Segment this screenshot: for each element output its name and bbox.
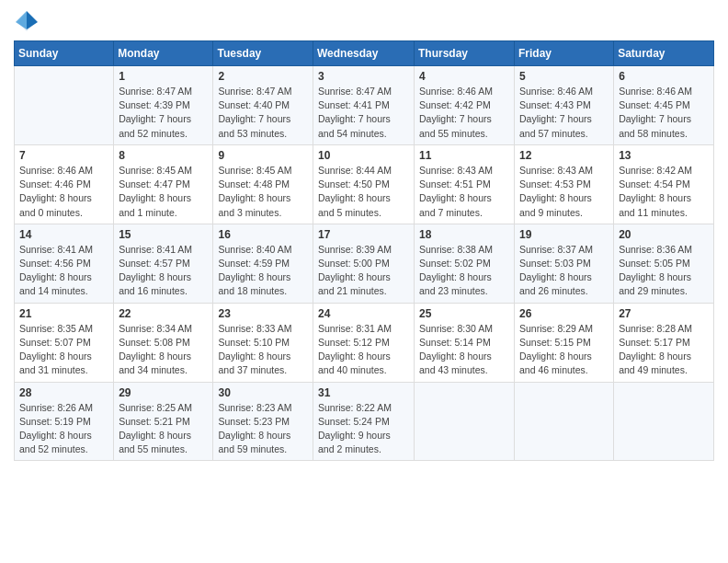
calendar-cell: 23Sunrise: 8:33 AM Sunset: 5:10 PM Dayli…	[213, 303, 313, 382]
day-info: Sunrise: 8:47 AM Sunset: 4:41 PM Dayligh…	[318, 85, 409, 141]
day-info: Sunrise: 8:26 AM Sunset: 5:19 PM Dayligh…	[19, 401, 108, 457]
day-number: 7	[19, 149, 108, 162]
calendar-cell: 16Sunrise: 8:40 AM Sunset: 4:59 PM Dayli…	[213, 224, 313, 303]
day-info: Sunrise: 8:46 AM Sunset: 4:43 PM Dayligh…	[519, 85, 609, 141]
day-info: Sunrise: 8:25 AM Sunset: 5:21 PM Dayligh…	[119, 401, 208, 457]
calendar-cell: 8Sunrise: 8:45 AM Sunset: 4:47 PM Daylig…	[114, 144, 213, 224]
day-info: Sunrise: 8:45 AM Sunset: 4:48 PM Dayligh…	[218, 164, 308, 220]
calendar-cell	[415, 382, 515, 461]
day-number: 16	[218, 228, 308, 241]
day-info: Sunrise: 8:37 AM Sunset: 5:03 PM Dayligh…	[519, 243, 609, 299]
calendar-cell: 27Sunrise: 8:28 AM Sunset: 5:17 PM Dayli…	[614, 303, 714, 382]
calendar-cell: 25Sunrise: 8:30 AM Sunset: 5:14 PM Dayli…	[415, 303, 515, 382]
day-number: 2	[218, 70, 308, 83]
day-number: 17	[318, 228, 409, 241]
calendar-cell: 1Sunrise: 8:47 AM Sunset: 4:39 PM Daylig…	[114, 66, 213, 145]
day-number: 24	[318, 307, 409, 320]
day-info: Sunrise: 8:47 AM Sunset: 4:40 PM Dayligh…	[218, 85, 308, 141]
day-number: 31	[318, 386, 409, 399]
day-info: Sunrise: 8:23 AM Sunset: 5:23 PM Dayligh…	[218, 401, 308, 457]
day-info: Sunrise: 8:31 AM Sunset: 5:12 PM Dayligh…	[318, 322, 409, 378]
day-number: 29	[119, 386, 208, 399]
day-info: Sunrise: 8:42 AM Sunset: 4:54 PM Dayligh…	[619, 164, 709, 220]
week-row-2: 7Sunrise: 8:46 AM Sunset: 4:46 PM Daylig…	[15, 144, 714, 224]
calendar-cell: 30Sunrise: 8:23 AM Sunset: 5:23 PM Dayli…	[213, 382, 313, 461]
day-info: Sunrise: 8:47 AM Sunset: 4:39 PM Dayligh…	[119, 85, 208, 141]
calendar-cell: 6Sunrise: 8:46 AM Sunset: 4:45 PM Daylig…	[614, 66, 714, 145]
weekday-header-row: SundayMondayTuesdayWednesdayThursdayFrid…	[15, 41, 714, 66]
day-number: 28	[19, 386, 108, 399]
day-info: Sunrise: 8:46 AM Sunset: 4:42 PM Dayligh…	[419, 85, 509, 141]
day-number: 5	[519, 70, 609, 83]
day-number: 14	[19, 228, 108, 241]
weekday-header-tuesday: Tuesday	[213, 41, 313, 66]
day-number: 26	[519, 307, 609, 320]
day-info: Sunrise: 8:39 AM Sunset: 5:00 PM Dayligh…	[318, 243, 409, 299]
day-number: 18	[419, 228, 509, 241]
week-row-4: 21Sunrise: 8:35 AM Sunset: 5:07 PM Dayli…	[15, 303, 714, 382]
day-number: 12	[519, 149, 609, 162]
calendar-cell: 19Sunrise: 8:37 AM Sunset: 5:03 PM Dayli…	[515, 224, 614, 303]
day-info: Sunrise: 8:46 AM Sunset: 4:45 PM Dayligh…	[619, 85, 709, 141]
calendar-cell: 7Sunrise: 8:46 AM Sunset: 4:46 PM Daylig…	[15, 144, 114, 224]
day-number: 6	[619, 70, 709, 83]
calendar-cell: 29Sunrise: 8:25 AM Sunset: 5:21 PM Dayli…	[114, 382, 213, 461]
calendar-cell	[15, 66, 114, 145]
svg-marker-1	[27, 11, 38, 29]
calendar-cell: 9Sunrise: 8:45 AM Sunset: 4:48 PM Daylig…	[213, 144, 313, 224]
logo-icon	[14, 9, 40, 35]
day-number: 20	[619, 228, 709, 241]
calendar-cell	[614, 382, 714, 461]
day-number: 9	[218, 149, 308, 162]
day-number: 15	[119, 228, 208, 241]
calendar-cell: 22Sunrise: 8:34 AM Sunset: 5:08 PM Dayli…	[114, 303, 213, 382]
calendar-cell: 13Sunrise: 8:42 AM Sunset: 4:54 PM Dayli…	[614, 144, 714, 224]
calendar-cell: 24Sunrise: 8:31 AM Sunset: 5:12 PM Dayli…	[313, 303, 415, 382]
day-info: Sunrise: 8:41 AM Sunset: 4:57 PM Dayligh…	[119, 243, 208, 299]
day-number: 21	[19, 307, 108, 320]
day-info: Sunrise: 8:43 AM Sunset: 4:51 PM Dayligh…	[419, 164, 509, 220]
day-number: 1	[119, 70, 208, 83]
calendar-cell: 10Sunrise: 8:44 AM Sunset: 4:50 PM Dayli…	[313, 144, 415, 224]
day-number: 10	[318, 149, 409, 162]
day-info: Sunrise: 8:40 AM Sunset: 4:59 PM Dayligh…	[218, 243, 308, 299]
calendar-table: SundayMondayTuesdayWednesdayThursdayFrid…	[14, 40, 714, 461]
day-number: 22	[119, 307, 208, 320]
day-info: Sunrise: 8:35 AM Sunset: 5:07 PM Dayligh…	[19, 322, 108, 378]
day-info: Sunrise: 8:45 AM Sunset: 4:47 PM Dayligh…	[119, 164, 208, 220]
calendar-cell: 2Sunrise: 8:47 AM Sunset: 4:40 PM Daylig…	[213, 66, 313, 145]
day-info: Sunrise: 8:29 AM Sunset: 5:15 PM Dayligh…	[519, 322, 609, 378]
calendar-cell: 11Sunrise: 8:43 AM Sunset: 4:51 PM Dayli…	[415, 144, 515, 224]
day-number: 30	[218, 386, 308, 399]
day-number: 23	[218, 307, 308, 320]
calendar-cell: 17Sunrise: 8:39 AM Sunset: 5:00 PM Dayli…	[313, 224, 415, 303]
day-info: Sunrise: 8:22 AM Sunset: 5:24 PM Dayligh…	[318, 401, 409, 457]
day-info: Sunrise: 8:46 AM Sunset: 4:46 PM Dayligh…	[19, 164, 108, 220]
day-info: Sunrise: 8:41 AM Sunset: 4:56 PM Dayligh…	[19, 243, 108, 299]
day-number: 27	[619, 307, 709, 320]
day-info: Sunrise: 8:43 AM Sunset: 4:53 PM Dayligh…	[519, 164, 609, 220]
calendar-cell: 5Sunrise: 8:46 AM Sunset: 4:43 PM Daylig…	[515, 66, 614, 145]
day-number: 25	[419, 307, 509, 320]
calendar-cell: 26Sunrise: 8:29 AM Sunset: 5:15 PM Dayli…	[515, 303, 614, 382]
weekday-header-friday: Friday	[515, 41, 614, 66]
calendar-cell: 4Sunrise: 8:46 AM Sunset: 4:42 PM Daylig…	[415, 66, 515, 145]
calendar-cell: 21Sunrise: 8:35 AM Sunset: 5:07 PM Dayli…	[15, 303, 114, 382]
calendar-cell	[515, 382, 614, 461]
weekday-header-sunday: Sunday	[15, 41, 114, 66]
day-number: 4	[419, 70, 509, 83]
calendar-cell: 18Sunrise: 8:38 AM Sunset: 5:02 PM Dayli…	[415, 224, 515, 303]
day-info: Sunrise: 8:44 AM Sunset: 4:50 PM Dayligh…	[318, 164, 409, 220]
day-info: Sunrise: 8:38 AM Sunset: 5:02 PM Dayligh…	[419, 243, 509, 299]
weekday-header-saturday: Saturday	[614, 41, 714, 66]
calendar-cell: 28Sunrise: 8:26 AM Sunset: 5:19 PM Dayli…	[15, 382, 114, 461]
day-info: Sunrise: 8:36 AM Sunset: 5:05 PM Dayligh…	[619, 243, 709, 299]
day-number: 19	[519, 228, 609, 241]
week-row-5: 28Sunrise: 8:26 AM Sunset: 5:19 PM Dayli…	[15, 382, 714, 461]
weekday-header-monday: Monday	[114, 41, 213, 66]
weekday-header-thursday: Thursday	[415, 41, 515, 66]
header	[14, 9, 714, 35]
calendar-cell: 15Sunrise: 8:41 AM Sunset: 4:57 PM Dayli…	[114, 224, 213, 303]
calendar-cell: 12Sunrise: 8:43 AM Sunset: 4:53 PM Dayli…	[515, 144, 614, 224]
day-number: 11	[419, 149, 509, 162]
